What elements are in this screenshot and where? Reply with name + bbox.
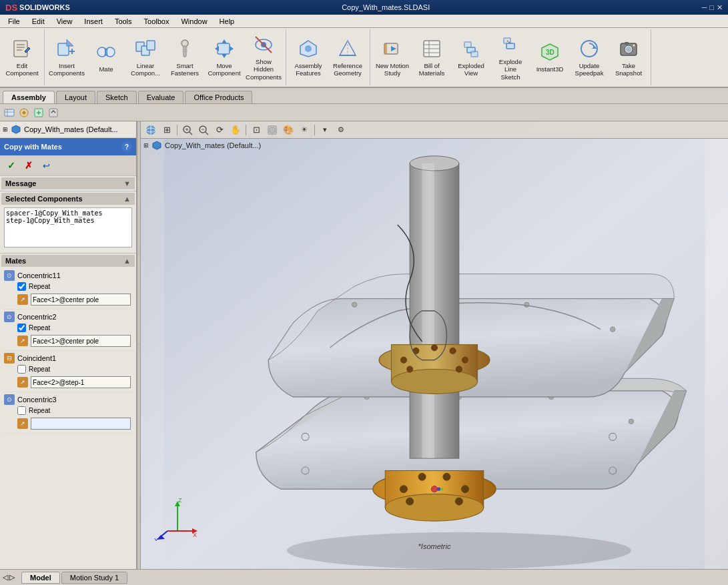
menu-insert[interactable]: Insert — [79, 16, 108, 27]
tab-office-products[interactable]: Office Products — [185, 91, 252, 103]
coincident1-face-input[interactable] — [31, 376, 131, 388]
smart-fasteners-button[interactable]: SmartFasteners — [165, 30, 204, 85]
toolbar-group-insert: InsertComponents Mate Linea — [47, 29, 286, 85]
message-section-header[interactable]: Message ▼ — [1, 177, 135, 189]
svg-point-106 — [462, 486, 469, 493]
insert-components-button[interactable]: InsertComponents — [47, 30, 86, 85]
svg-point-95 — [431, 345, 437, 351]
take-snapshot-button[interactable]: TakeSnapshot — [609, 30, 648, 85]
tab-evaluate[interactable]: Evaluate — [138, 91, 184, 103]
menu-tools[interactable]: Tools — [109, 16, 137, 27]
bottom-tab-motion-study-1[interactable]: Motion Study 1 — [61, 572, 127, 584]
assembly-features-button[interactable]: AssemblyFeatures — [289, 30, 328, 85]
concentric11-repeat-checkbox[interactable] — [17, 282, 26, 291]
view-sphere-btn[interactable] — [143, 123, 158, 137]
svg-marker-18 — [215, 46, 219, 51]
close-btn[interactable]: ✕ — [717, 3, 723, 12]
concentric3-face-input[interactable] — [31, 418, 131, 430]
take-snapshot-icon — [618, 38, 639, 59]
svg-point-86 — [611, 327, 615, 332]
menu-help[interactable]: Help — [214, 16, 240, 27]
exploded-view-button[interactable]: ExplodedView — [452, 30, 490, 85]
viewport[interactable]: ⊞ ⟳ ✋ ⊡ — [141, 121, 728, 569]
menu-file[interactable]: File — [3, 16, 25, 27]
bottom-tab-model[interactable]: Model — [21, 572, 60, 584]
message-collapse-icon[interactable]: ▼ — [123, 179, 131, 187]
concentric2-repeat-checkbox[interactable] — [17, 324, 26, 332]
viewport-expand-icon[interactable]: ⊞ — [143, 142, 149, 149]
menu-edit[interactable]: Edit — [27, 16, 50, 27]
display-style-btn[interactable]: ⊡ — [249, 123, 264, 137]
pan-btn[interactable]: ✋ — [228, 123, 243, 137]
menu-toolbox[interactable]: Toolbox — [139, 16, 175, 27]
tab-assembly[interactable]: Assembly — [3, 91, 55, 103]
confirm-button[interactable]: ✓ — [4, 158, 19, 173]
concentric2-face-icon: ↗ — [17, 336, 28, 346]
left-panel: ⊞ Copy_With_mates (Default... Copy with … — [0, 121, 137, 569]
undo-button[interactable]: ↩ — [39, 158, 53, 173]
concentric11-face-input[interactable] — [31, 294, 131, 306]
panel-help-button[interactable]: ? — [121, 141, 132, 152]
svg-point-109 — [431, 486, 437, 492]
appearance-btn[interactable]: 🎨 — [281, 123, 296, 137]
maximize-btn[interactable]: □ — [709, 3, 714, 12]
reference-geometry-button[interactable]: ReferenceGeometry — [328, 30, 367, 85]
view-mode-btn[interactable]: ⊞ — [159, 123, 174, 137]
feature-tree-btn-1[interactable] — [3, 106, 16, 119]
menu-window[interactable]: Window — [175, 16, 212, 27]
mate-label: Mate — [99, 65, 113, 73]
tab-layout[interactable]: Layout — [56, 91, 95, 103]
assembly-icon — [11, 124, 21, 135]
zoom-to-fit-btn[interactable] — [180, 123, 195, 137]
coord-axes: Z X Y — [154, 494, 201, 541]
svg-marker-16 — [222, 39, 227, 43]
nav-right[interactable]: ▷ — [9, 573, 15, 582]
menu-view[interactable]: View — [51, 16, 78, 27]
feature-tree-btn-2[interactable] — [17, 106, 31, 119]
selected-components-list[interactable]: spacer-1@Copy_With_mates step-1@Copy_Wit… — [4, 207, 132, 247]
concentric3-repeat-label: Repeat — [29, 407, 50, 414]
titlebar-controls[interactable]: ─ □ ✕ — [702, 3, 723, 12]
cancel-button[interactable]: ✗ — [21, 158, 36, 173]
linear-component-label: LinearCompon... — [131, 62, 160, 77]
update-speedpak-button[interactable]: UpdateSpeedpak — [570, 30, 609, 85]
coincident1-repeat-checkbox[interactable] — [17, 365, 26, 374]
mates-collapse-icon[interactable]: ▲ — [123, 257, 131, 265]
selected-components-header[interactable]: Selected Components ▲ — [1, 193, 135, 205]
concentric2-face-input[interactable] — [31, 335, 131, 347]
concentric2-repeat-row: Repeat — [4, 322, 132, 334]
feature-tree-btn-4[interactable] — [47, 106, 60, 119]
explode-line-sketch-button[interactable]: ExplodeLineSketch — [491, 30, 530, 85]
mate-button[interactable]: Mate — [87, 30, 125, 85]
scene-btn[interactable]: ☀ — [297, 123, 312, 137]
svg-point-110 — [437, 487, 441, 491]
instant3d-button[interactable]: 3D Instant3D — [530, 30, 569, 85]
more-tools-btn[interactable]: ⚙ — [334, 123, 348, 137]
expand-icon[interactable]: ⊞ — [3, 126, 8, 133]
selected-components-collapse-icon[interactable]: ▲ — [123, 195, 131, 203]
zoom-btn[interactable] — [196, 123, 211, 137]
bill-of-materials-label: Bill ofMaterials — [419, 62, 445, 77]
hide-show-btn[interactable] — [265, 123, 280, 137]
bill-of-materials-button[interactable]: Bill ofMaterials — [412, 30, 451, 85]
feature-tree-btn-3[interactable] — [32, 106, 45, 119]
minimize-btn[interactable]: ─ — [702, 3, 707, 12]
exploded-view-label: ExplodedView — [458, 62, 484, 77]
mates-section-header[interactable]: Mates ▲ — [1, 255, 135, 267]
rotate-btn[interactable]: ⟳ — [212, 123, 227, 137]
concentric3-repeat-checkbox[interactable] — [17, 406, 26, 415]
nav-left[interactable]: ◁ — [3, 573, 8, 582]
edit-component-button[interactable]: EditComponent — [3, 30, 41, 85]
svg-text:3D: 3D — [546, 49, 555, 56]
show-hidden-label: ShowHiddenComponents — [246, 58, 282, 81]
svg-point-97 — [462, 357, 468, 363]
solidworks-logo: DS SOLIDWORKS — [5, 3, 70, 13]
linear-component-button[interactable]: LinearCompon... — [126, 30, 165, 85]
mates-list: ⊙ Concentric11 Repeat ↗ — [1, 267, 135, 568]
svg-rect-71 — [270, 127, 275, 133]
show-hidden-button[interactable]: ShowHiddenComponents — [244, 30, 283, 85]
move-component-button[interactable]: MoveComponent — [205, 30, 244, 85]
tab-sketch[interactable]: Sketch — [97, 91, 137, 103]
view-orientation-btn[interactable]: ▾ — [318, 123, 332, 137]
new-motion-study-button[interactable]: New MotionStudy — [373, 30, 412, 85]
